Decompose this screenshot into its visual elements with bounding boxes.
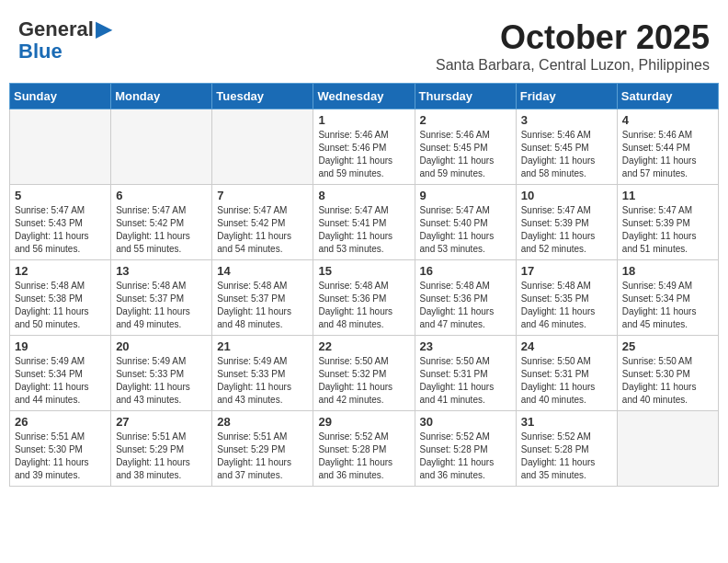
day-info: Sunrise: 5:51 AMSunset: 5:30 PMDaylight:… (15, 431, 106, 482)
calendar-cell: 18Sunrise: 5:49 AMSunset: 5:34 PMDayligh… (617, 260, 718, 336)
day-number: 25 (622, 339, 713, 353)
calendar-cell: 3Sunrise: 5:46 AMSunset: 5:45 PMDaylight… (516, 109, 617, 185)
calendar-cell: 25Sunrise: 5:50 AMSunset: 5:30 PMDayligh… (617, 336, 718, 411)
day-number: 8 (318, 189, 409, 202)
day-info: Sunrise: 5:49 AMSunset: 5:34 PMDaylight:… (622, 280, 713, 331)
day-info: Sunrise: 5:48 AMSunset: 5:37 PMDaylight:… (116, 280, 207, 331)
day-number: 26 (15, 415, 106, 429)
day-info: Sunrise: 5:46 AMSunset: 5:46 PMDaylight:… (318, 129, 409, 180)
day-number: 31 (521, 415, 612, 429)
day-info: Sunrise: 5:47 AMSunset: 5:40 PMDaylight:… (420, 204, 511, 256)
day-number: 7 (217, 189, 308, 202)
calendar-cell: 28Sunrise: 5:51 AMSunset: 5:29 PMDayligh… (212, 411, 313, 487)
calendar-cell (111, 109, 212, 185)
page-header: General ▶ Blue October 2025 Santa Barbar… (9, 9, 719, 78)
day-info: Sunrise: 5:46 AMSunset: 5:45 PMDaylight:… (521, 129, 612, 180)
day-info: Sunrise: 5:49 AMSunset: 5:34 PMDaylight:… (15, 355, 106, 407)
day-number: 10 (521, 189, 612, 202)
day-number: 24 (521, 339, 612, 353)
title-section: October 2025 Santa Barbara, Central Luzo… (436, 18, 710, 74)
day-number: 27 (116, 415, 207, 429)
day-number: 13 (116, 264, 207, 278)
day-info: Sunrise: 5:50 AMSunset: 5:32 PMDaylight:… (318, 355, 409, 407)
calendar-week-row: 26Sunrise: 5:51 AMSunset: 5:30 PMDayligh… (10, 411, 719, 487)
calendar-cell (10, 109, 111, 185)
calendar-cell: 23Sunrise: 5:50 AMSunset: 5:31 PMDayligh… (415, 336, 516, 411)
day-info: Sunrise: 5:47 AMSunset: 5:41 PMDaylight:… (318, 204, 409, 256)
calendar-cell: 12Sunrise: 5:48 AMSunset: 5:38 PMDayligh… (10, 260, 111, 336)
day-info: Sunrise: 5:48 AMSunset: 5:36 PMDaylight:… (420, 280, 511, 331)
calendar-cell: 20Sunrise: 5:49 AMSunset: 5:33 PMDayligh… (111, 336, 212, 411)
calendar-cell: 27Sunrise: 5:51 AMSunset: 5:29 PMDayligh… (111, 411, 212, 487)
weekday-header-tuesday: Tuesday (212, 84, 313, 109)
calendar-cell: 24Sunrise: 5:50 AMSunset: 5:31 PMDayligh… (516, 336, 617, 411)
day-info: Sunrise: 5:50 AMSunset: 5:31 PMDaylight:… (521, 355, 612, 407)
weekday-header-saturday: Saturday (617, 84, 718, 109)
day-number: 15 (318, 264, 409, 278)
calendar-cell: 9Sunrise: 5:47 AMSunset: 5:40 PMDaylight… (415, 185, 516, 260)
day-number: 12 (15, 264, 106, 278)
day-number: 20 (116, 339, 207, 353)
day-number: 16 (420, 264, 511, 278)
day-number: 29 (318, 415, 409, 429)
calendar-cell: 10Sunrise: 5:47 AMSunset: 5:39 PMDayligh… (516, 185, 617, 260)
day-number: 3 (521, 113, 612, 127)
day-info: Sunrise: 5:48 AMSunset: 5:35 PMDaylight:… (521, 280, 612, 331)
day-number: 18 (622, 264, 713, 278)
weekday-header-row: SundayMondayTuesdayWednesdayThursdayFrid… (10, 84, 719, 109)
day-info: Sunrise: 5:47 AMSunset: 5:39 PMDaylight:… (622, 204, 713, 256)
day-number: 6 (116, 189, 207, 202)
day-info: Sunrise: 5:49 AMSunset: 5:33 PMDaylight:… (116, 355, 207, 407)
calendar-cell (212, 109, 313, 185)
calendar-cell (617, 411, 718, 487)
day-info: Sunrise: 5:52 AMSunset: 5:28 PMDaylight:… (521, 431, 612, 482)
day-number: 17 (521, 264, 612, 278)
day-number: 28 (217, 415, 308, 429)
calendar-week-row: 1Sunrise: 5:46 AMSunset: 5:46 PMDaylight… (10, 109, 719, 185)
day-number: 11 (622, 189, 713, 202)
location-title: Santa Barbara, Central Luzon, Philippine… (436, 57, 710, 74)
weekday-header-wednesday: Wednesday (313, 84, 415, 109)
calendar-cell: 29Sunrise: 5:52 AMSunset: 5:28 PMDayligh… (313, 411, 415, 487)
day-info: Sunrise: 5:48 AMSunset: 5:36 PMDaylight:… (318, 280, 409, 331)
calendar-cell: 19Sunrise: 5:49 AMSunset: 5:34 PMDayligh… (10, 336, 111, 411)
calendar-cell: 1Sunrise: 5:46 AMSunset: 5:46 PMDaylight… (313, 109, 415, 185)
day-number: 2 (420, 113, 511, 127)
calendar-cell: 14Sunrise: 5:48 AMSunset: 5:37 PMDayligh… (212, 260, 313, 336)
calendar-cell: 17Sunrise: 5:48 AMSunset: 5:35 PMDayligh… (516, 260, 617, 336)
day-number: 22 (318, 339, 409, 353)
weekday-header-sunday: Sunday (10, 84, 111, 109)
day-info: Sunrise: 5:48 AMSunset: 5:37 PMDaylight:… (217, 280, 308, 331)
calendar-cell: 26Sunrise: 5:51 AMSunset: 5:30 PMDayligh… (10, 411, 111, 487)
calendar-cell: 7Sunrise: 5:47 AMSunset: 5:42 PMDaylight… (212, 185, 313, 260)
calendar-cell: 8Sunrise: 5:47 AMSunset: 5:41 PMDaylight… (313, 185, 415, 260)
calendar-cell: 5Sunrise: 5:47 AMSunset: 5:43 PMDaylight… (10, 185, 111, 260)
calendar-cell: 15Sunrise: 5:48 AMSunset: 5:36 PMDayligh… (313, 260, 415, 336)
day-number: 4 (622, 113, 713, 127)
day-info: Sunrise: 5:50 AMSunset: 5:31 PMDaylight:… (420, 355, 511, 407)
month-title: October 2025 (436, 18, 710, 57)
day-info: Sunrise: 5:46 AMSunset: 5:45 PMDaylight:… (420, 129, 511, 180)
calendar-week-row: 12Sunrise: 5:48 AMSunset: 5:38 PMDayligh… (10, 260, 719, 336)
day-number: 21 (217, 339, 308, 353)
day-number: 23 (420, 339, 511, 353)
day-number: 9 (420, 189, 511, 202)
calendar-cell: 16Sunrise: 5:48 AMSunset: 5:36 PMDayligh… (415, 260, 516, 336)
day-number: 5 (15, 189, 106, 202)
calendar-week-row: 5Sunrise: 5:47 AMSunset: 5:43 PMDaylight… (10, 185, 719, 260)
day-info: Sunrise: 5:47 AMSunset: 5:42 PMDaylight:… (217, 204, 308, 256)
calendar-cell: 11Sunrise: 5:47 AMSunset: 5:39 PMDayligh… (617, 185, 718, 260)
day-info: Sunrise: 5:52 AMSunset: 5:28 PMDaylight:… (420, 431, 511, 482)
logo-text: General ▶ Blue (18, 18, 111, 63)
day-number: 14 (217, 264, 308, 278)
weekday-header-thursday: Thursday (415, 84, 516, 109)
calendar-cell: 6Sunrise: 5:47 AMSunset: 5:42 PMDaylight… (111, 185, 212, 260)
calendar-cell: 31Sunrise: 5:52 AMSunset: 5:28 PMDayligh… (516, 411, 617, 487)
day-info: Sunrise: 5:52 AMSunset: 5:28 PMDaylight:… (318, 431, 409, 482)
day-info: Sunrise: 5:47 AMSunset: 5:43 PMDaylight:… (15, 204, 106, 256)
day-info: Sunrise: 5:46 AMSunset: 5:44 PMDaylight:… (622, 129, 713, 180)
calendar-cell: 4Sunrise: 5:46 AMSunset: 5:44 PMDaylight… (617, 109, 718, 185)
calendar-cell: 22Sunrise: 5:50 AMSunset: 5:32 PMDayligh… (313, 336, 415, 411)
day-number: 19 (15, 339, 106, 353)
logo: General ▶ Blue (18, 18, 111, 63)
